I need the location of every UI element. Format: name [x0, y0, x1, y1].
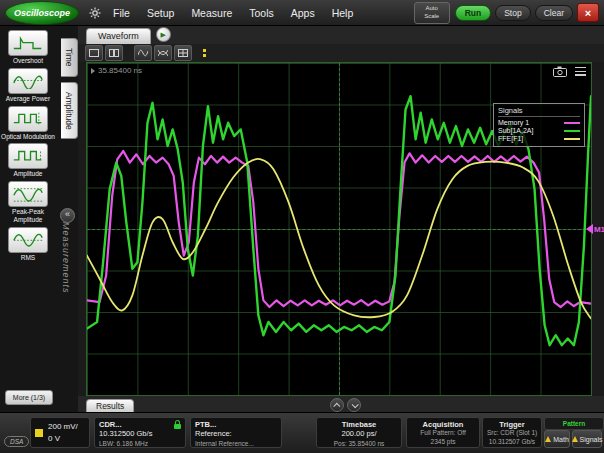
sidebar-collapse-button[interactable]: «: [60, 208, 75, 223]
measurement-palette: OvershootAverage PowerOptical Modulation…: [1, 30, 55, 262]
channel-color-swatch-icon: [35, 429, 43, 437]
clear-button[interactable]: Clear: [535, 5, 573, 21]
cdr-title: CDR...: [99, 420, 122, 429]
auto-scale-button[interactable]: Auto Scale: [414, 2, 450, 24]
panel-title: Measurements: [61, 222, 71, 294]
layout-split-icon: [109, 49, 119, 57]
results-bar: Results: [78, 396, 604, 413]
math-button[interactable]: Math: [544, 430, 570, 448]
legend-title: Signals: [498, 106, 580, 117]
display-menu-button[interactable]: [575, 67, 586, 76]
measurement-label: Peak-Peak Amplitude: [1, 208, 55, 224]
overshoot-icon: [13, 35, 43, 52]
layout-single-icon: [89, 49, 99, 57]
app-logo: Oscilloscope: [5, 1, 79, 25]
measurement-rms[interactable]: RMS: [1, 227, 55, 262]
waveform-plot[interactable]: 35.85400 ns: [86, 62, 592, 396]
waveform-mode-button[interactable]: [134, 45, 152, 61]
measurement-optical-modulation[interactable]: Optical Modulation: [1, 106, 55, 141]
display-toolbar: [78, 44, 604, 62]
trace-memory-1: [87, 151, 591, 307]
measurement-label: Amplitude: [1, 170, 55, 178]
collapse-down-button[interactable]: [347, 398, 361, 412]
status-bar: DSA 200 mV/ 0 V CDR... 10.312500 Gb/s LB…: [0, 412, 604, 453]
timebase-scale: 200.00 ps/: [321, 429, 397, 440]
channel-button[interactable]: 200 mV/ 0 V: [30, 417, 90, 448]
collapse-up-button[interactable]: [330, 398, 344, 412]
grid-mode-button[interactable]: [174, 45, 192, 61]
optical-modulation-icon: [13, 110, 43, 127]
legend-entry-sub-1a-2a: Sub[1A,2A]: [498, 127, 580, 134]
layout-split-button[interactable]: [105, 45, 123, 61]
run-button[interactable]: Run: [455, 5, 492, 21]
tab-time[interactable]: Time: [61, 38, 78, 77]
play-icon[interactable]: ▶: [156, 27, 171, 42]
measurement-peak-peak-amplitude[interactable]: Peak-Peak Amplitude: [1, 181, 55, 224]
close-button[interactable]: ×: [577, 3, 599, 22]
trigger-source: Src: CDR (Slot 1): [487, 429, 537, 438]
menu-item-tools[interactable]: Tools: [249, 7, 274, 19]
position-icon: [91, 68, 95, 74]
amplitude-icon: [13, 148, 43, 165]
screenshot-button[interactable]: [553, 66, 567, 77]
timebase-button[interactable]: Timebase 200.00 ps/ Pos: 35.85400 ns: [316, 417, 402, 448]
marker-label: M1: [594, 225, 604, 234]
channel-offset: 0 V: [48, 433, 78, 445]
measurement-overshoot[interactable]: Overshoot: [1, 30, 55, 65]
chevron-down-icon: [352, 401, 359, 408]
marker-m1[interactable]: M1: [586, 224, 604, 234]
trace-ffe-f1: [87, 159, 591, 319]
menu-item-setup[interactable]: Setup: [147, 7, 174, 19]
eye-mode-button[interactable]: [154, 45, 172, 61]
menu-item-file[interactable]: File: [113, 7, 130, 19]
measurement-average-power[interactable]: Average Power: [1, 68, 55, 103]
camera-icon: [553, 66, 567, 77]
measurement-amplitude[interactable]: Amplitude: [1, 143, 55, 178]
ptb-title: PTB...: [195, 420, 216, 429]
timebase-position-readout: 35.85400 ns: [91, 66, 142, 75]
trigger-button[interactable]: Trigger Src: CDR (Slot 1) 10.312507 Gb/s: [482, 417, 542, 448]
grid-icon: [178, 49, 188, 57]
ptb-button[interactable]: PTB... Reference: Internal Reference...: [190, 417, 282, 448]
more-measurements-button[interactable]: More (1/3): [5, 390, 53, 405]
warning-icon: [545, 436, 551, 442]
signals-label: Signals: [580, 436, 603, 443]
cdr-button[interactable]: CDR... 10.312500 Gb/s LBW: 6.186 MHz: [94, 417, 186, 448]
pattern-button[interactable]: Pattern: [544, 417, 604, 430]
tab-waveform[interactable]: Waveform: [86, 28, 151, 44]
stop-button[interactable]: Stop: [495, 5, 531, 21]
math-label: Math: [553, 436, 569, 443]
average-power-icon: [13, 72, 43, 89]
status-dots-icon: [203, 49, 206, 57]
rms-icon: [13, 231, 43, 248]
cdr-rate: 10.312500 Gb/s: [99, 429, 181, 440]
acquisition-points: 2345 pts: [411, 438, 475, 447]
timebase-title: Timebase: [342, 420, 376, 429]
menu: FileSetupMeasureToolsAppsHelp: [113, 7, 353, 19]
ptb-reference-value: Internal Reference...: [195, 440, 277, 448]
warning-icon: [572, 436, 578, 442]
tab-results[interactable]: Results: [86, 399, 134, 413]
marker-triangle-icon: [586, 224, 593, 234]
ptb-reference-label: Reference:: [195, 429, 277, 440]
eye-diagram-icon: [158, 49, 168, 57]
measurement-label: RMS: [1, 254, 55, 262]
oscilloscope-app: Oscilloscope FileSetupMeasureToolsAppsHe…: [0, 0, 604, 453]
menu-item-measure[interactable]: Measure: [191, 7, 232, 19]
signals-button[interactable]: Signals: [572, 430, 602, 448]
settings-gear-icon[interactable]: [89, 7, 101, 19]
measurement-label: Overshoot: [1, 57, 55, 65]
acquisition-button[interactable]: Acquisition Full Pattern: Off 2345 pts: [406, 417, 480, 448]
menu-item-help[interactable]: Help: [332, 7, 354, 19]
trigger-title: Trigger: [499, 420, 524, 429]
acquisition-title: Acquisition: [423, 420, 464, 429]
layout-single-button[interactable]: [85, 45, 103, 61]
menu-item-apps[interactable]: Apps: [291, 7, 315, 19]
waveform-icon: [138, 49, 148, 57]
menu-icon: [575, 67, 586, 76]
measurement-label: Average Power: [1, 95, 55, 103]
acquisition-pattern: Full Pattern: Off: [411, 429, 475, 438]
measurements-sidebar: OvershootAverage PowerOptical Modulation…: [0, 26, 78, 413]
tab-amplitude[interactable]: Amplitude: [61, 82, 78, 140]
timebase-position: Pos: 35.85400 ns: [321, 440, 397, 448]
